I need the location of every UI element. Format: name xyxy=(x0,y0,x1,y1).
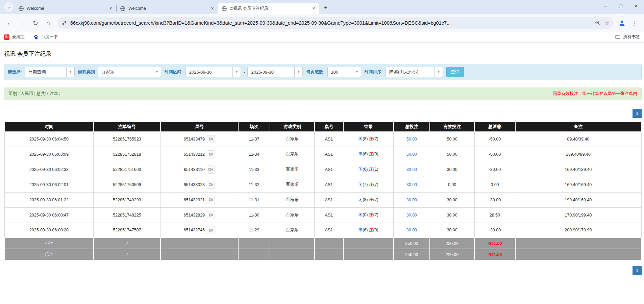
query-type-select[interactable]: 日期查询 ▼ xyxy=(25,67,75,77)
game-type-select[interactable]: 百家乐 ▼ xyxy=(98,67,161,77)
close-window-button[interactable]: ✕ xyxy=(628,0,644,11)
header-time: 时间 xyxy=(4,122,94,131)
site-info-icon[interactable] xyxy=(61,20,67,26)
date-end-select[interactable]: 2025-09-30 ▼ xyxy=(247,67,303,77)
cell-session: 11-32 xyxy=(238,177,270,192)
time-range-label: 时间区间: xyxy=(165,69,183,75)
bookmark-baidu[interactable]: 百度一下 xyxy=(33,34,58,40)
total-bet-link[interactable]: 50.00 xyxy=(406,152,417,157)
total-bet-link[interactable]: 30.00 xyxy=(406,228,417,232)
tab-bet-records[interactable]: :::视讯 会员下注纪录::: ✕ xyxy=(218,3,319,14)
cell-game: 百家乐 xyxy=(270,162,315,177)
bookmark-star-icon[interactable]: ☆ xyxy=(604,20,610,27)
reload-icon[interactable]: ↻ xyxy=(30,17,41,29)
cell-total-bet: 30.00 xyxy=(394,177,430,192)
window-controls: ─ ▢ ✕ xyxy=(597,0,644,11)
sort-select[interactable]: 降幂(由大到小) ▼ xyxy=(386,67,443,77)
cell-game: 百家乐 xyxy=(270,223,315,238)
video-icon[interactable] xyxy=(207,181,215,189)
chevron-down-icon: ▼ xyxy=(232,67,241,77)
cell-bet-id: 522851751603 xyxy=(94,162,160,177)
cell-round: 651433479 xyxy=(160,131,238,147)
new-tab-button[interactable]: + xyxy=(321,3,330,12)
chevron-down-icon: ▼ xyxy=(353,67,361,77)
cell-total-bet: 30.00 xyxy=(394,207,430,223)
cell-bet-id: 522851752818 xyxy=(94,147,160,162)
cell-round: 651432921 xyxy=(160,192,238,207)
date-start-select[interactable]: 2025-09-30 ▼ xyxy=(185,67,241,77)
video-icon[interactable] xyxy=(207,196,215,204)
cell-remark: 169.40/139.40 xyxy=(515,162,641,177)
menu-dots-icon[interactable]: ⋮ xyxy=(628,17,640,29)
total-bet-link[interactable]: 30.00 xyxy=(406,167,417,172)
home-icon[interactable]: ⌂ xyxy=(43,17,54,29)
bookmarks-separator xyxy=(610,34,610,40)
page-1-button[interactable]: 1 xyxy=(633,109,642,118)
header-session: 场次 xyxy=(238,122,270,131)
video-icon[interactable] xyxy=(207,166,215,174)
cell-payout: 28.50 xyxy=(474,207,515,223)
tab-welcome-1[interactable]: Welcome ✕ xyxy=(15,3,116,14)
profile-avatar-icon[interactable] xyxy=(616,17,628,29)
subtotal-payout: -161.50 xyxy=(474,238,515,249)
cell-table-no: AS1 xyxy=(315,131,343,147)
cell-result: 闲(7) 庄(7) xyxy=(343,177,394,192)
cell-table-no: AS1 xyxy=(315,192,343,207)
cell-time: 2025-09-30 06:00:47 xyxy=(4,207,94,223)
cell-payout: -50.00 xyxy=(474,147,515,162)
cell-time: 2025-09-30 06:01:22 xyxy=(4,192,94,207)
zoom-icon[interactable] xyxy=(595,20,600,26)
total-bet-link[interactable]: 50.00 xyxy=(406,137,417,142)
total-bet-link[interactable]: 30.00 xyxy=(406,182,417,187)
total-bet-link[interactable]: 30.00 xyxy=(406,213,417,218)
bookmark-aitaobao[interactable]: 淘 爱淘宝 xyxy=(4,34,25,40)
close-icon[interactable]: ✕ xyxy=(209,6,215,11)
video-icon[interactable] xyxy=(207,135,215,143)
forward-icon[interactable]: → xyxy=(17,17,28,29)
tab-search-button[interactable]: ⌄ xyxy=(4,2,14,12)
close-icon[interactable]: ✕ xyxy=(108,6,114,11)
cell-payout: -30.00 xyxy=(474,162,515,177)
chevron-down-icon: ▼ xyxy=(435,67,443,77)
select-type-label: 请选择: xyxy=(8,69,22,75)
tab-welcome-2[interactable]: Welcome ✕ xyxy=(117,3,218,14)
table-row: 2025-09-30 06:00:20 522851747507 6514327… xyxy=(4,223,641,238)
chevron-down-icon: ▼ xyxy=(294,67,302,77)
cell-total-bet: 30.00 xyxy=(394,223,430,238)
cell-time: 2025-09-30 06:00:20 xyxy=(4,223,94,238)
search-button[interactable]: 查询 xyxy=(446,67,464,77)
back-icon[interactable]: ← xyxy=(4,17,16,29)
all-bookmarks-label: 所有书签 xyxy=(623,34,640,40)
url-text[interactable]: 66cxkj98.com/game/betrecord_search/kind3… xyxy=(70,20,591,26)
pagination-bottom: 1 xyxy=(4,266,642,275)
maximize-button[interactable]: ▢ xyxy=(613,0,628,11)
cell-result: 闲(8) 庄(7) xyxy=(343,131,394,147)
header-bet-id: 注单编号 xyxy=(94,122,160,131)
table-row: 2025-09-30 06:03:09 522851752818 6514332… xyxy=(4,147,641,162)
bet-records-table: 时间 注单编号 局号 场次 游戏类别 桌号 结果 总投注 有效投注 总派彩 备注… xyxy=(4,122,642,260)
cell-round: 651433023 xyxy=(160,177,238,192)
minimize-button[interactable]: ─ xyxy=(597,0,613,11)
video-icon[interactable] xyxy=(207,226,215,234)
video-icon[interactable] xyxy=(207,150,215,158)
address-bar[interactable]: 66cxkj98.com/game/betrecord_search/kind3… xyxy=(57,17,614,29)
close-icon[interactable]: ✕ xyxy=(311,6,317,11)
all-bookmarks-button[interactable]: 所有书签 xyxy=(615,34,640,40)
table-header-row: 时间 注单编号 局号 场次 游戏类别 桌号 结果 总投注 有效投注 总派彩 备注 xyxy=(4,122,641,131)
cell-valid-bet: 30.00 xyxy=(430,162,474,177)
cell-result: 闲(0) 庄(7) xyxy=(343,207,394,223)
cell-bet-id: 522851748225 xyxy=(94,207,160,223)
video-icon[interactable] xyxy=(207,211,215,219)
header-total-bet: 总投注 xyxy=(394,122,430,131)
cell-session: 11-37 xyxy=(238,131,270,147)
cell-round: 651432746 xyxy=(160,223,238,238)
cell-game: 百家乐 xyxy=(270,207,315,223)
note-text: 同局有效投注，统一计算在该局第一张注单内 xyxy=(553,91,637,97)
total-count: 7 xyxy=(94,249,160,260)
cell-remark: 200.90/170.90 xyxy=(515,223,641,238)
page-1-button[interactable]: 1 xyxy=(633,266,642,275)
total-bet-link[interactable]: 30.00 xyxy=(406,198,417,202)
cell-valid-bet: 0.00 xyxy=(430,177,474,192)
browser-toolbar: ← → ↻ ⌂ 66cxkj98.com/game/betrecord_sear… xyxy=(0,14,644,32)
per-page-select[interactable]: 100 ▼ xyxy=(327,67,361,77)
